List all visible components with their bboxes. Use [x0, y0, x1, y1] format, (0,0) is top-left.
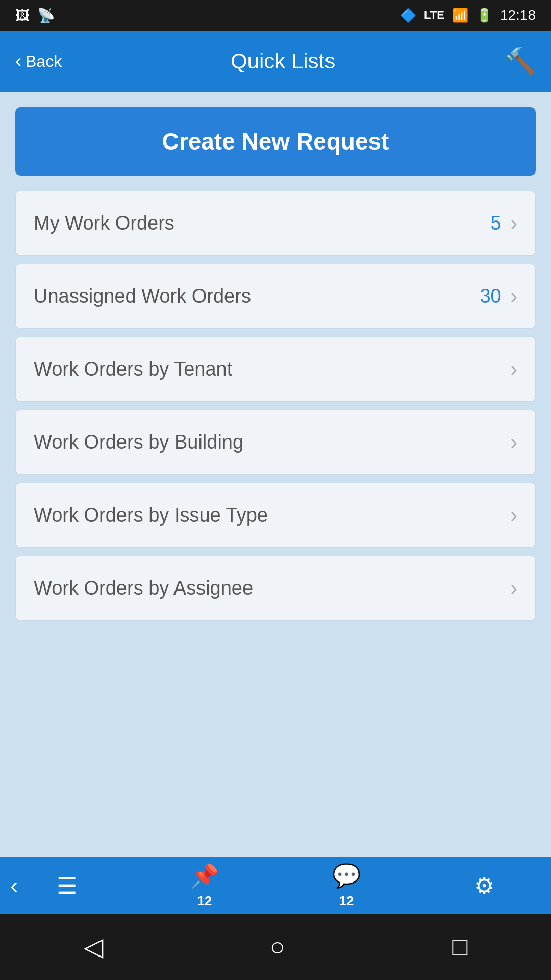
list-item-chevron-my-work-orders: › — [511, 212, 517, 235]
list-item-chevron-unassigned-work-orders: › — [511, 285, 517, 308]
list-item-my-work-orders[interactable]: My Work Orders5› — [15, 191, 536, 256]
bottom-bar-chat[interactable]: 💬 12 — [332, 862, 361, 909]
nav-bar: ‹ Back Quick Lists 🔨 — [0, 31, 551, 92]
list-item-count-unassigned-work-orders: 30 — [480, 285, 501, 307]
list-item-label-work-orders-by-building: Work Orders by Building — [34, 431, 243, 453]
left-arrow-icon[interactable]: ‹ — [0, 872, 28, 899]
list-item-left-my-work-orders: My Work Orders — [34, 212, 174, 234]
status-bar-left: 🖼 📡 — [15, 7, 55, 24]
bottom-bar-menu[interactable]: ☰ — [57, 872, 77, 899]
bottom-bar-settings[interactable]: ⚙ — [474, 872, 494, 899]
list-item-chevron-work-orders-by-assignee: › — [511, 577, 517, 600]
list-item-left-work-orders-by-tenant: Work Orders by Tenant — [34, 358, 232, 380]
bottom-navigation-bar: ‹ ☰ 📌 12 💬 12 ⚙ — [0, 857, 551, 914]
list-item-left-work-orders-by-issue-type: Work Orders by Issue Type — [34, 504, 268, 526]
list-item-work-orders-by-assignee[interactable]: Work Orders by Assignee› — [15, 556, 536, 621]
pushpin-badge: 12 — [197, 893, 212, 909]
back-label: Back — [26, 52, 62, 71]
page-title: Quick Lists — [231, 49, 335, 74]
main-content: Create New Request My Work Orders5›Unass… — [0, 92, 551, 644]
battery-icon: 🔋 — [476, 8, 492, 23]
android-nav-bar: ◁ ○ □ — [0, 914, 551, 980]
lte-icon: LTE — [424, 9, 444, 22]
list-item-right-work-orders-by-building: › — [511, 431, 517, 454]
create-new-request-button[interactable]: Create New Request — [15, 107, 536, 176]
android-home-button[interactable]: ○ — [270, 932, 285, 962]
list-item-label-unassigned-work-orders: Unassigned Work Orders — [34, 285, 251, 307]
list-item-count-my-work-orders: 5 — [491, 212, 502, 234]
list-item-label-work-orders-by-issue-type: Work Orders by Issue Type — [34, 504, 268, 526]
list-item-left-work-orders-by-building: Work Orders by Building — [34, 431, 243, 453]
list-item-work-orders-by-building[interactable]: Work Orders by Building› — [15, 410, 536, 475]
android-back-button[interactable]: ◁ — [84, 932, 103, 962]
signal-bars-icon: 📶 — [452, 8, 468, 23]
list-item-work-orders-by-issue-type[interactable]: Work Orders by Issue Type› — [15, 483, 536, 548]
list-item-right-work-orders-by-tenant: › — [511, 358, 517, 381]
back-button[interactable]: ‹ Back — [15, 51, 62, 72]
list-item-right-work-orders-by-assignee: › — [511, 577, 517, 600]
settings-icon: ⚙ — [474, 872, 494, 899]
time-display: 12:18 — [500, 7, 536, 23]
quick-list-container: My Work Orders5›Unassigned Work Orders30… — [15, 191, 536, 629]
bluetooth-icon: 🔷 — [400, 8, 416, 23]
list-item-work-orders-by-tenant[interactable]: Work Orders by Tenant› — [15, 337, 536, 402]
list-item-right-my-work-orders: 5› — [491, 212, 517, 235]
chat-badge: 12 — [339, 893, 354, 909]
list-item-right-unassigned-work-orders: 30› — [480, 285, 517, 308]
list-item-left-work-orders-by-assignee: Work Orders by Assignee — [34, 577, 253, 599]
list-item-label-my-work-orders: My Work Orders — [34, 212, 174, 234]
list-item-label-work-orders-by-tenant: Work Orders by Tenant — [34, 358, 232, 380]
status-bar: 🖼 📡 🔷 LTE 📶 🔋 12:18 — [0, 0, 551, 31]
signal-icon: 📡 — [37, 7, 55, 24]
pushpin-icon: 📌 — [190, 862, 219, 889]
android-recent-button[interactable]: □ — [452, 932, 467, 962]
list-item-chevron-work-orders-by-issue-type: › — [511, 504, 517, 527]
menu-icon: ☰ — [57, 872, 77, 899]
list-item-chevron-work-orders-by-building: › — [511, 431, 517, 454]
list-item-unassigned-work-orders[interactable]: Unassigned Work Orders30› — [15, 264, 536, 329]
list-item-chevron-work-orders-by-tenant: › — [511, 358, 517, 381]
list-item-left-unassigned-work-orders: Unassigned Work Orders — [34, 285, 251, 307]
tools-icon[interactable]: 🔨 — [504, 46, 536, 76]
image-icon: 🖼 — [15, 7, 30, 24]
list-item-right-work-orders-by-issue-type: › — [511, 504, 517, 527]
bottom-bar-pushpin[interactable]: 📌 12 — [190, 862, 219, 909]
back-arrow-icon: ‹ — [15, 51, 21, 72]
chat-icon: 💬 — [332, 862, 361, 889]
status-bar-right: 🔷 LTE 📶 🔋 12:18 — [400, 7, 536, 23]
list-item-label-work-orders-by-assignee: Work Orders by Assignee — [34, 577, 253, 599]
